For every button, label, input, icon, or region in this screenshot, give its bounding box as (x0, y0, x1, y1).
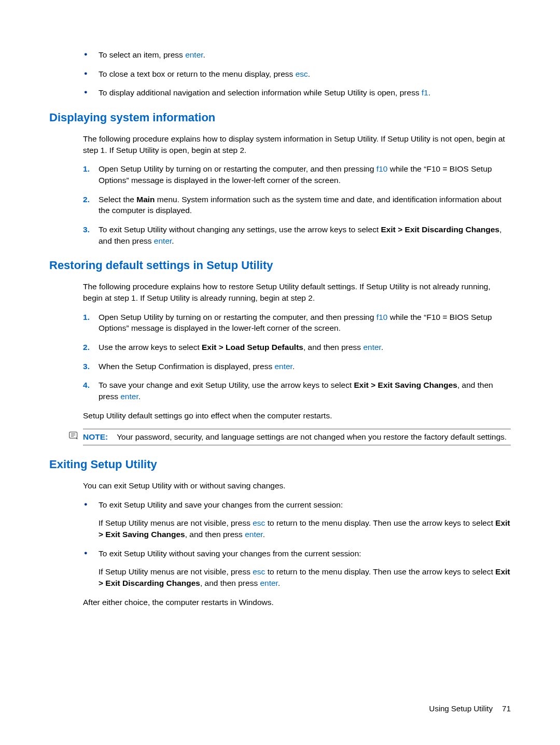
text: To exit Setup Utility without saving you… (99, 549, 361, 558)
text: to return to the menu display. Then use … (265, 518, 495, 527)
note-callout: NOTE: Your password, security, and langu… (83, 429, 511, 445)
section-intro: The following procedure explains how to … (83, 133, 511, 156)
key-esc: esc (253, 567, 265, 576)
text: To select an item, press (99, 50, 185, 59)
text: . (263, 530, 265, 539)
step-2: Select the Main menu. System information… (83, 194, 511, 216)
text: When the Setup Confirmation is displayed… (99, 362, 274, 371)
step-1: Open Setup Utility by turning on or rest… (83, 163, 511, 186)
heading-exiting-setup: Exiting Setup Utility (49, 457, 511, 473)
list-item: To display additional navigation and sel… (83, 87, 511, 99)
list-item: To close a text box or return to the men… (83, 68, 511, 80)
paragraph: After either choice, the computer restar… (83, 597, 511, 608)
text: menu. System information such as the sys… (99, 195, 501, 215)
key-f10: f10 (376, 164, 388, 173)
text: . (292, 362, 295, 371)
note-icon (68, 431, 79, 440)
step-2: Use the arrow keys to select Exit > Load… (83, 342, 511, 353)
note-text: Your password, security, and language se… (117, 432, 507, 441)
steps-list: Open Setup Utility by turning on or rest… (83, 163, 511, 246)
menu-main: Main (136, 195, 155, 204)
text: If Setup Utility menus are not visible, … (99, 518, 253, 527)
heading-displaying-system-info: Displaying system information (49, 110, 511, 126)
key-enter: enter (260, 579, 277, 587)
key-enter: enter (274, 362, 292, 371)
key-f10: f10 (376, 313, 388, 321)
text: To exit Setup Utility and save your chan… (99, 500, 343, 509)
key-enter: enter (185, 50, 203, 59)
heading-restoring-defaults: Restoring default settings in Setup Util… (49, 258, 511, 274)
note-text (110, 432, 117, 441)
text: , and then press (185, 530, 245, 539)
text: . (278, 579, 280, 587)
list-item: To exit Setup Utility without saving you… (83, 548, 511, 589)
paragraph: Setup Utility default settings go into e… (83, 410, 511, 421)
text: to return to the menu display. Then use … (265, 567, 495, 576)
text: , and then press (303, 343, 363, 352)
exit-options-list: To exit Setup Utility and save your chan… (83, 499, 511, 589)
sub-paragraph: If Setup Utility menus are not visible, … (99, 566, 511, 588)
note-label: NOTE: (83, 432, 108, 441)
step-4: To save your change and exit Setup Utili… (83, 379, 511, 402)
text: . (172, 236, 174, 245)
section-intro: The following procedure explains how to … (83, 281, 511, 303)
key-enter: enter (120, 392, 138, 401)
menu-load-defaults: Exit > Load Setup Defaults (202, 343, 303, 352)
text: . (308, 69, 310, 78)
page-content: To select an item, press enter. To close… (83, 49, 511, 608)
step-3: To exit Setup Utility without changing a… (83, 224, 511, 246)
page-number: 71 (502, 704, 511, 713)
text: To exit Setup Utility without changing a… (99, 225, 381, 234)
text: . (381, 343, 383, 352)
section-intro: You can exit Setup Utility with or witho… (83, 480, 511, 491)
text: To close a text box or return to the men… (99, 69, 296, 78)
list-item: To exit Setup Utility and save your chan… (83, 499, 511, 540)
list-item: To select an item, press enter. (83, 49, 511, 61)
text: . (138, 392, 141, 401)
page-footer: Using Setup Utility 71 (429, 703, 511, 714)
text: , and then press (200, 579, 260, 587)
text: To display additional navigation and sel… (99, 88, 422, 97)
sub-paragraph: If Setup Utility menus are not visible, … (99, 517, 511, 540)
key-f1: f1 (422, 88, 428, 97)
menu-exit-saving: Exit > Exit Saving Changes (354, 381, 457, 389)
footer-text: Using Setup Utility (429, 704, 493, 713)
step-3: When the Setup Confirmation is displayed… (83, 361, 511, 372)
text: Select the (99, 195, 136, 204)
text: To save your change and exit Setup Utili… (99, 381, 354, 389)
text: Use the arrow keys to select (99, 343, 202, 352)
key-enter: enter (363, 343, 381, 352)
text: Open Setup Utility by turning on or rest… (99, 313, 376, 321)
menu-exit-discarding: Exit > Exit Discarding Changes (381, 225, 500, 234)
key-enter: enter (245, 530, 262, 539)
navigation-tips-list: To select an item, press enter. To close… (83, 49, 511, 99)
text: . (428, 88, 430, 97)
key-esc: esc (296, 69, 308, 78)
text: . (203, 50, 205, 59)
step-1: Open Setup Utility by turning on or rest… (83, 312, 511, 334)
text: If Setup Utility menus are not visible, … (99, 567, 253, 576)
key-esc: esc (253, 518, 265, 527)
text: Open Setup Utility by turning on or rest… (99, 164, 376, 173)
steps-list: Open Setup Utility by turning on or rest… (83, 312, 511, 402)
key-enter: enter (154, 236, 172, 245)
